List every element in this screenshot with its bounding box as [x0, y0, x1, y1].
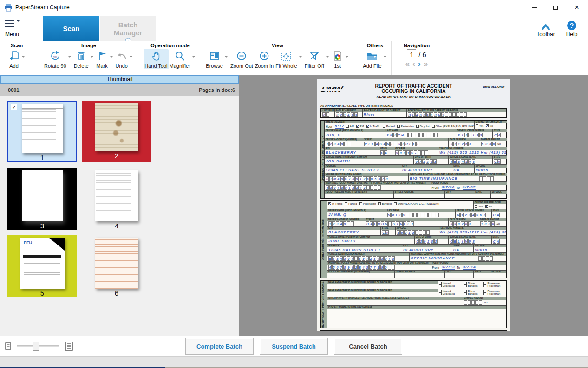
- minimize-button[interactable]: [523, 0, 545, 14]
- form-field: DRIVER LICENSE NUMBERSIIII55: [456, 129, 493, 138]
- delete-button[interactable]: Delete: [73, 49, 90, 69]
- magnifier-button[interactable]: Magnifier: [169, 49, 191, 69]
- form-checkbox: [328, 202, 331, 205]
- thumbnail-page-3[interactable]: 3: [7, 168, 77, 230]
- form-sections: # OF VEHICLES2DATE OF ACCIDENT021413CALI…: [320, 108, 507, 328]
- slider-thumb[interactable]: [33, 342, 39, 351]
- form-field: INSURANCE COMPANY NAME (NOT AGENT, UNDER…: [409, 173, 478, 181]
- question-icon: ?: [558, 19, 586, 31]
- tab-batch-manager[interactable]: Batch Manager i: [100, 16, 156, 41]
- small-page-icon: [5, 342, 11, 350]
- first-dropdown-arrow[interactable]: [345, 56, 349, 59]
- help-button[interactable]: ? Help: [558, 19, 586, 38]
- browse-dropdown-arrow[interactable]: [224, 56, 228, 59]
- undo-dropdown-arrow[interactable]: [129, 56, 133, 59]
- ribbon-section-navigation: Navigation 1 / 6 « ‹ › »: [392, 41, 442, 75]
- app-icon: [4, 3, 13, 12]
- thumbnail-size-slider[interactable]: [17, 340, 59, 353]
- filter-off-dropdown-arrow[interactable]: [326, 56, 329, 59]
- add-dropdown-arrow[interactable]: [21, 56, 25, 59]
- rotate90-button[interactable]: 90 Rotate 90: [43, 49, 67, 69]
- cancel-batch-button[interactable]: Cancel Batch: [334, 338, 402, 355]
- rotate90-dropdown-arrow[interactable]: [68, 56, 72, 59]
- tab-scan[interactable]: Scan: [43, 16, 99, 41]
- form-field: POLICY PERIODFrom3/7/13To3/7/14: [431, 262, 506, 270]
- form-field: COMPANY NAIC NUMBER: [478, 173, 508, 181]
- zoom-in-button[interactable]: Zoom In: [254, 49, 274, 69]
- page-number-label: 3: [40, 222, 44, 230]
- first-page-color-button[interactable]: 1st: [331, 49, 345, 69]
- form-checkbox: [483, 284, 486, 287]
- hand-tool-button[interactable]: Hand Tool: [144, 49, 168, 69]
- toolbar-toggle-button[interactable]: Toolbar: [532, 19, 560, 38]
- page-number-label: 1: [40, 154, 44, 161]
- thumbnail-page-4[interactable]: 4: [82, 168, 151, 230]
- form-field: CITY: [445, 191, 474, 198]
- delete-dropdown-arrow[interactable]: [90, 56, 94, 59]
- undo-arrow-icon: [116, 50, 128, 63]
- add-button[interactable]: Add: [7, 49, 21, 69]
- last-page-icon[interactable]: »: [424, 60, 428, 68]
- form-field: DAMAGE AMOUNT1000.00: [479, 218, 506, 226]
- magnifier-icon: [174, 50, 186, 63]
- form-field: DATE OF BIRTH071263: [449, 138, 480, 147]
- prev-page-icon[interactable]: ‹: [412, 60, 415, 68]
- ribbon-section-image: Image 90 Rotate 90 Delete: [33, 41, 144, 75]
- thumbnail-page-1[interactable]: ✓ 1: [7, 101, 77, 162]
- form-field: STATECA: [492, 236, 506, 244]
- title-bar: PaperStream Capture ✕: [0, 0, 588, 14]
- document-preview[interactable]: DMW REPORT OF TRAFFIC ACCIDENT OCCURING …: [317, 79, 510, 331]
- thumbnail-page-2[interactable]: 2: [82, 101, 151, 162]
- next-page-icon[interactable]: ›: [418, 60, 421, 68]
- filter-off-button[interactable]: Filter Off: [304, 49, 325, 69]
- form-field: INSURANCE POLICY NUMBER COVERING THE VEH…: [327, 262, 431, 270]
- undo-button[interactable]: Undo: [115, 49, 129, 69]
- zoom-out-button[interactable]: Zoom Out: [229, 49, 254, 69]
- complete-batch-button[interactable]: Complete Batch: [185, 338, 254, 355]
- trash-icon: [75, 50, 87, 63]
- hand-icon: [150, 50, 162, 63]
- magnifier-dropdown-arrow[interactable]: [192, 56, 196, 59]
- thumbnail-page-5[interactable]: 5: [7, 235, 77, 297]
- suspend-batch-button[interactable]: Suspend Batch: [260, 338, 328, 355]
- form-field: STREETDAEMON STREET: [365, 218, 449, 226]
- add-document-icon: [8, 50, 20, 63]
- form-field: DATE OF BIRTH030283: [415, 236, 449, 244]
- viewer-area[interactable]: DMW REPORT OF TRAFFIC ACCIDENT OCCURING …: [239, 75, 588, 336]
- mark-button[interactable]: Mark: [95, 49, 109, 69]
- add-file-dropdown-arrow[interactable]: [383, 56, 387, 59]
- form-field: DriverPassengerBicyclistPedestrian: [463, 289, 506, 297]
- form-checkbox: [356, 125, 359, 128]
- form-field: InjuredDeceased: [438, 281, 463, 289]
- page-number-label: 5: [40, 289, 44, 297]
- form-field: NAME AND ADDRESS OF INDIVIDUAL INJURED O…: [327, 281, 438, 289]
- form-field: VEHICLE LICENSE PLATEOBLIVUS: [449, 236, 491, 244]
- browse-button[interactable]: Browse: [205, 49, 224, 69]
- menu-button[interactable]: Menu: [5, 20, 26, 38]
- menu-caret-icon: [16, 20, 20, 24]
- page-number-box[interactable]: 1: [407, 49, 416, 59]
- form-field: DATE OF BIRTH030283: [449, 218, 479, 226]
- mark-dropdown-arrow[interactable]: [110, 56, 113, 59]
- form-checkbox: [485, 205, 488, 208]
- close-button[interactable]: ✕: [566, 0, 588, 14]
- tab-bar: Menu Scan Batch Manager i Toolbar ? Help: [0, 14, 588, 41]
- fit-whole-dropdown-arrow[interactable]: [299, 56, 302, 59]
- page-checkbox[interactable]: ✓: [11, 104, 17, 110]
- form-field: POLICY HOLDERS NAME (IF DIFFERENT): [327, 271, 395, 278]
- form-checkbox: [439, 292, 442, 295]
- form-field: DRIVING FOR EMPLOYERYesNo: [474, 201, 506, 209]
- first-page-icon[interactable]: «: [405, 60, 410, 68]
- form-field: ADDRESS12345 DAEMON STREET: [327, 245, 402, 252]
- form-field: STATECA: [452, 245, 474, 252]
- add-file-button[interactable]: Add File: [362, 49, 382, 69]
- ribbon-section-scan: Scan Add: [0, 41, 33, 75]
- zoom-in-icon: [258, 50, 270, 63]
- maximize-button[interactable]: [545, 0, 566, 14]
- thumbnail-size-control: [5, 340, 73, 353]
- form-field: NAME AND ADDRESS OF INDIVIDUAL INJURED O…: [327, 289, 438, 297]
- page-number-label: 4: [115, 222, 118, 230]
- thumbnail-page-6[interactable]: 6: [82, 235, 151, 297]
- form-checkbox: [397, 125, 400, 128]
- fit-whole-button[interactable]: Fit Whole: [274, 49, 298, 69]
